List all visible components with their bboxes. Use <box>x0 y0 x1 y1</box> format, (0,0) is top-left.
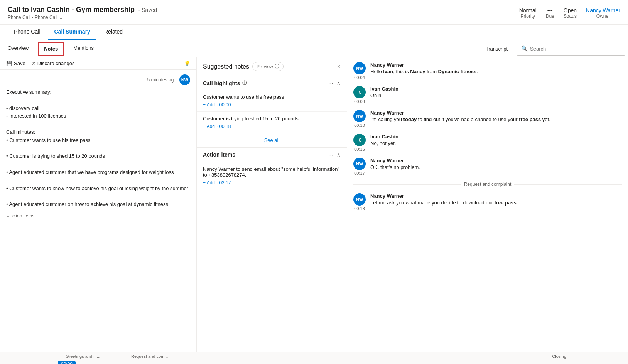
activity-dropdown[interactable]: Phone Call <box>35 15 57 20</box>
section-actions: ··· ∧ <box>327 80 341 86</box>
header-left: Call to Ivan Cashin - Gym membership - S… <box>8 6 157 20</box>
timeline-area: Greetings and in... Request and com... C… <box>0 352 628 364</box>
header-right: Normal Priority --- Due Open Status Nanc… <box>519 7 620 19</box>
save-label: Save <box>14 61 25 66</box>
sub-tab-overview[interactable]: Overview <box>0 41 36 56</box>
highlight-item-2: Customer is trying to shed 15 to 20 poun… <box>197 112 347 133</box>
owner-value[interactable]: Nancy Warner <box>586 7 620 13</box>
transcript-time-4: 00:15 <box>354 147 365 152</box>
transcript-entry-1: NW 00:04 Nancy Warner Hello Ivan, this i… <box>353 62 622 80</box>
timestamp-text: 5 minutes ago <box>147 77 176 83</box>
avatar-ic-2: IC <box>353 134 366 146</box>
suggested-notes-panel: Suggested notes Preview ⓘ × Call highlig… <box>197 57 347 352</box>
highlight-time-2[interactable]: 00:18 <box>219 124 231 129</box>
sub-tab-mentions[interactable]: Mentions <box>66 41 101 56</box>
status-label: Status <box>564 13 577 19</box>
close-suggested-button[interactable]: × <box>337 63 341 70</box>
owner-meta: Nancy Warner Owner <box>586 7 620 19</box>
transcript-panel: NW 00:04 Nancy Warner Hello Ivan, this i… <box>347 57 628 352</box>
highlight-time-1[interactable]: 00:00 <box>219 102 231 108</box>
collapse-icon[interactable]: ∧ <box>337 80 341 86</box>
call-highlights-section: Call highlights ⓘ ··· ∧ Customer wants t… <box>197 76 347 147</box>
chevron-down-icon[interactable]: ⌄ <box>59 15 63 20</box>
add-highlight-2-button[interactable]: + Add <box>203 124 215 129</box>
search-input[interactable] <box>530 46 621 52</box>
lightbulb-button[interactable]: 💡 <box>184 61 190 66</box>
see-all-button[interactable]: See all <box>197 133 347 147</box>
more-options-icon[interactable]: ··· <box>327 80 334 86</box>
notes-panel: 💾 Save ✕ Discard changes 💡 5 minutes ago… <box>0 57 197 352</box>
save-icon: 💾 <box>6 61 12 66</box>
preview-label: Preview <box>257 64 273 69</box>
transcript-search-box[interactable]: 🔍 <box>517 42 625 56</box>
highlights-label: Call highlights <box>203 80 240 86</box>
suggested-header: Suggested notes Preview ⓘ × <box>197 57 347 76</box>
page-title: Call to Ivan Cashin - Gym membership <box>8 6 135 13</box>
sub-tab-notes[interactable]: Notes <box>38 42 64 56</box>
lightbulb-icon: 💡 <box>184 61 190 66</box>
action-separator-1: · <box>216 180 218 185</box>
timeline-label-greetings: Greetings and in... <box>66 354 100 359</box>
section-divider: Request and complaint <box>353 182 622 187</box>
transcript-text-4: No, not yet. <box>370 140 622 147</box>
transcript-time-2: 00:08 <box>354 99 365 104</box>
transcript-label: Transcript <box>479 42 514 56</box>
speaker-name-4: Ivan Cashin <box>370 134 622 140</box>
transcript-scroll[interactable]: NW 00:04 Nancy Warner Hello Ivan, this i… <box>347 57 628 352</box>
speaker-name-3: Nancy Warner <box>370 110 622 116</box>
avatar-nw-4: NW <box>353 193 366 206</box>
avatar-nw-2: NW <box>353 110 366 122</box>
speaker-name-6: Nancy Warner <box>370 193 622 199</box>
transcript-text-1: Hello Ivan, this is Nancy from Dynamic f… <box>370 68 622 76</box>
priority-label: Priority <box>519 13 537 19</box>
tab-related[interactable]: Related <box>98 25 129 40</box>
notes-content[interactable]: Executive summary: - discovery call - In… <box>6 88 190 209</box>
action-items-section: Action items ··· ∧ Nancy Warner to send … <box>197 147 347 190</box>
save-button[interactable]: 💾 Save <box>6 61 25 66</box>
speaker-name-1: Nancy Warner <box>370 62 622 68</box>
discard-button[interactable]: ✕ Discard changes <box>32 61 75 66</box>
highlight-text-1: Customer wants to use his free pass <box>203 94 341 100</box>
discard-label: Discard changes <box>37 61 75 66</box>
add-highlight-1-button[interactable]: + Add <box>203 102 215 108</box>
speaker-name-2: Ivan Cashin <box>370 86 622 92</box>
subtitle-separator: · <box>32 15 33 20</box>
action-item-1: Nancy Warner to send email about "some h… <box>197 162 347 190</box>
transcript-meta-6: Nancy Warner Let me ask you what made yo… <box>370 193 622 211</box>
transcript-meta-2: Ivan Cashin Oh hi. <box>370 86 622 104</box>
action-more-options-icon[interactable]: ··· <box>327 152 334 158</box>
transcript-meta-5: Nancy Warner OK, that's no problem. <box>370 158 622 175</box>
action-items-label: Action items <box>203 152 235 158</box>
action-items-header[interactable]: Action items ··· ∧ <box>197 148 347 162</box>
call-highlights-header[interactable]: Call highlights ⓘ ··· ∧ <box>197 76 347 90</box>
transcript-text-3: I'm calling you today to find out if you… <box>370 116 622 123</box>
speaker-name-5: Nancy Warner <box>370 158 622 163</box>
time-badge: 00:00 <box>58 361 76 364</box>
due-value: --- <box>546 7 554 13</box>
highlight-separator-1: · <box>216 102 218 108</box>
transcript-entry-2: IC 00:08 Ivan Cashin Oh hi. <box>353 86 622 104</box>
highlight-actions-2: + Add · 00:18 <box>203 124 341 129</box>
saved-indicator: - Saved <box>138 7 157 13</box>
priority-meta: Normal Priority <box>519 7 537 19</box>
notes-toolbar: 💾 Save ✕ Discard changes 💡 <box>0 57 196 70</box>
status-meta: Open Status <box>564 7 577 19</box>
tab-call-summary[interactable]: Call Summary <box>48 25 96 40</box>
main-content: 💾 Save ✕ Discard changes 💡 5 minutes ago… <box>0 57 628 352</box>
activity-type: Phone Call <box>8 15 30 20</box>
add-action-1-button[interactable]: + Add <box>203 180 215 185</box>
expand-action-items[interactable]: ⌄ ction items: <box>6 212 190 220</box>
action-time-1[interactable]: 02:17 <box>219 180 231 185</box>
tab-phone-call[interactable]: Phone Call <box>8 25 47 40</box>
transcript-meta-1: Nancy Warner Hello Ivan, this is Nancy f… <box>370 62 622 80</box>
status-value: Open <box>564 7 577 13</box>
app-header: Call to Ivan Cashin - Gym membership - S… <box>0 0 628 25</box>
header-subtitle: Phone Call · Phone Call ⌄ <box>8 15 157 20</box>
highlight-actions-1: + Add · 00:00 <box>203 102 341 108</box>
action-collapse-icon[interactable]: ∧ <box>337 152 341 158</box>
timeline-label-closing: Closing <box>552 354 566 359</box>
highlight-text-2: Customer is trying to shed 15 to 20 poun… <box>203 116 341 121</box>
transcript-text-5: OK, that's no problem. <box>370 163 622 171</box>
action-text-1: Nancy Warner to send email about "some h… <box>203 166 341 178</box>
action-section-actions: ··· ∧ <box>327 152 341 158</box>
